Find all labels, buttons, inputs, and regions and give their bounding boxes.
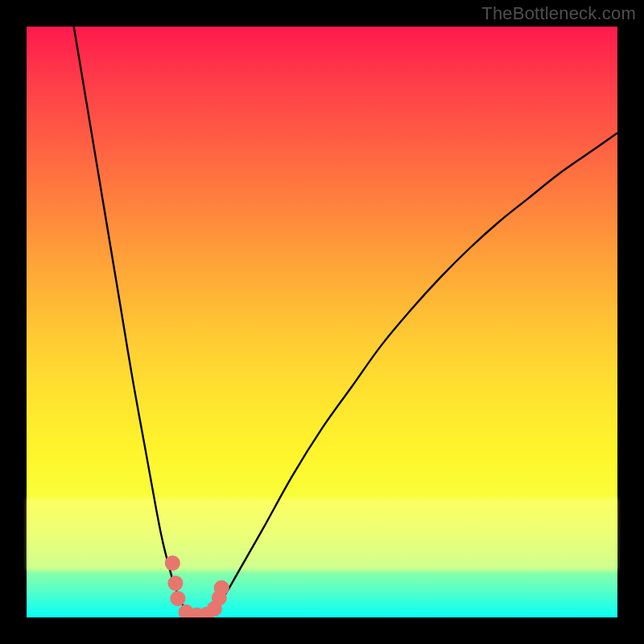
data-marker — [167, 576, 183, 591]
data-marker — [214, 580, 229, 596]
data-marker — [165, 555, 180, 571]
marker-group — [165, 555, 229, 617]
watermark-text: TheBottleneck.com — [481, 3, 636, 24]
curves-svg — [27, 27, 617, 617]
data-marker — [170, 591, 185, 606]
plot-area — [27, 27, 617, 617]
chart-frame: TheBottleneck.com — [0, 0, 644, 644]
left-curve — [74, 27, 192, 616]
right-curve — [210, 133, 617, 616]
